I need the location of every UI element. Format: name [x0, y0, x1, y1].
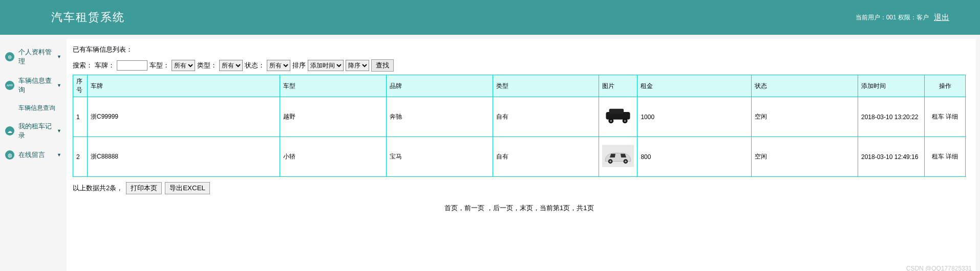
cell-kind: 自有 — [493, 137, 599, 177]
cloud-icon: ☁ — [5, 126, 14, 136]
svg-point-5 — [610, 120, 612, 122]
sort-label: 排序 — [292, 61, 306, 70]
type-label: 车型： — [150, 61, 169, 70]
app-title: 汽车租赁系统 — [51, 10, 125, 25]
cell-type: 小轿 — [280, 137, 387, 177]
cell-ops: 租车 详细 — [925, 137, 966, 177]
chevron-down-icon: ▼ — [57, 83, 61, 88]
col-brand: 品牌 — [387, 75, 493, 97]
sidebar-item-label: 在线留言 — [18, 150, 45, 160]
watermark: CSDN @QQ177825331 — [906, 265, 972, 271]
profile-icon: ⊜ — [5, 52, 14, 61]
sidebar-item-label: 个人资料管理 — [18, 48, 57, 66]
cell-status: 空闲 — [752, 137, 858, 177]
svg-rect-2 — [609, 109, 624, 114]
svg-point-10 — [610, 161, 612, 163]
col-image: 图片 — [599, 75, 637, 97]
cell-added: 2018-03-10 13:20:22 — [858, 97, 925, 137]
col-status: 状态 — [752, 75, 858, 97]
col-ops: 操作 — [925, 75, 966, 97]
plate-label: 车牌： — [95, 61, 115, 70]
filter-bar: 搜索： 车牌： 车型： 所有 类型： 所有 状态： 所有 排序 添加时间 降序 … — [73, 59, 966, 72]
app-header: 汽车租赁系统 当前用户：001 权限：客户 退出 — [0, 0, 980, 35]
sidebar-item-label: 车辆信息查询 — [18, 76, 57, 95]
sidebar: ⊜ 个人资料管理 ▼ APP 车辆信息查询 ▼ 车辆信息查询 ☁ 我的租车记录 … — [0, 35, 67, 271]
app-icon: APP — [5, 81, 14, 90]
chart-icon: ◍ — [5, 150, 14, 160]
cell-rent: 800 — [637, 137, 752, 177]
cell-no: 1 — [73, 97, 88, 137]
rent-link[interactable]: 租车 — [932, 153, 944, 160]
svg-point-6 — [624, 120, 626, 122]
sidebar-item-messages[interactable]: ◍ 在线留言 ▼ — [0, 145, 67, 165]
detail-link[interactable]: 详细 — [946, 113, 958, 120]
col-no: 序号 — [73, 75, 88, 97]
chevron-down-icon: ▼ — [57, 54, 61, 59]
col-rent: 租金 — [637, 75, 752, 97]
col-kind: 类型 — [493, 75, 599, 97]
plate-input[interactable] — [117, 60, 147, 71]
cell-plate: 浙C88888 — [88, 137, 280, 177]
sidebar-sub-vehicle-query[interactable]: 车辆信息查询 — [0, 100, 67, 117]
vehicle-table: 序号 车牌 车型 品牌 类型 图片 租金 状态 添加时间 操作 1浙C99999… — [73, 75, 966, 177]
main-content: 已有车辆信息列表： 搜索： 车牌： 车型： 所有 类型： 所有 状态： 所有 排… — [67, 39, 976, 271]
cell-plate: 浙C99999 — [88, 97, 280, 137]
logout-link[interactable]: 退出 — [934, 13, 949, 22]
cell-kind: 自有 — [493, 97, 599, 137]
cell-status: 空闲 — [752, 97, 858, 137]
type-select[interactable]: 所有 — [172, 60, 195, 71]
sidebar-item-label: 我的租车记录 — [18, 122, 57, 140]
pagination[interactable]: 首页，前一页 ，后一页，末页，当前第1页，共1页 — [73, 204, 966, 213]
cell-rent: 1000 — [637, 97, 752, 137]
sidebar-item-vehicle-query[interactable]: APP 车辆信息查询 ▼ — [0, 71, 67, 100]
col-plate: 车牌 — [88, 75, 280, 97]
detail-link[interactable]: 详细 — [946, 153, 958, 160]
status-select[interactable]: 所有 — [267, 60, 290, 71]
table-row: 1浙C99999越野奔驰自有1000空闲2018-03-10 13:20:22租… — [73, 97, 966, 137]
search-button[interactable]: 查找 — [371, 59, 394, 72]
summary-text: 以上数据共2条， — [73, 184, 123, 193]
table-footer: 以上数据共2条， 打印本页 导出EXCEL — [73, 182, 966, 194]
cell-ops: 租车 详细 — [925, 97, 966, 137]
sidebar-item-rental-record[interactable]: ☁ 我的租车记录 ▼ — [0, 117, 67, 145]
cell-brand: 宝马 — [387, 137, 493, 177]
cell-image — [599, 137, 637, 177]
chevron-down-icon: ▼ — [57, 128, 61, 133]
search-label: 搜索： — [73, 61, 93, 70]
kind-select[interactable]: 所有 — [219, 60, 243, 71]
sort-dir-select[interactable]: 降序 — [346, 60, 369, 71]
col-type: 车型 — [280, 75, 387, 97]
cell-brand: 奔驰 — [387, 97, 493, 137]
sidebar-item-profile[interactable]: ⊜ 个人资料管理 ▼ — [0, 42, 67, 71]
list-title: 已有车辆信息列表： — [73, 45, 966, 54]
cell-no: 2 — [73, 137, 88, 177]
chevron-down-icon: ▼ — [57, 152, 61, 157]
table-header-row: 序号 车牌 车型 品牌 类型 图片 租金 状态 添加时间 操作 — [73, 75, 966, 97]
table-row: 2浙C88888小轿宝马自有800空闲2018-03-10 12:49:16租车… — [73, 137, 966, 177]
cell-type: 越野 — [280, 97, 387, 137]
export-excel-button[interactable]: 导出EXCEL — [165, 182, 210, 194]
status-label: 状态： — [245, 61, 265, 70]
kind-label: 类型： — [197, 61, 217, 70]
cell-image — [599, 97, 637, 137]
sort-field-select[interactable]: 添加时间 — [308, 60, 344, 71]
svg-point-11 — [625, 161, 627, 163]
print-button[interactable]: 打印本页 — [126, 182, 162, 194]
rent-link[interactable]: 租车 — [932, 113, 944, 120]
current-user-info: 当前用户：001 权限：客户 — [856, 13, 929, 22]
cell-added: 2018-03-10 12:49:16 — [858, 137, 925, 177]
col-added: 添加时间 — [858, 75, 925, 97]
